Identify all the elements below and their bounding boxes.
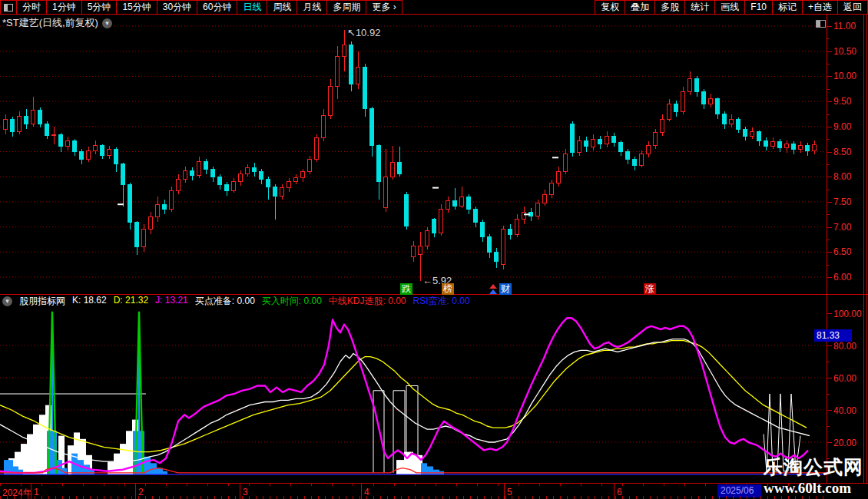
axis-tick [827, 394, 830, 395]
toolbar-button[interactable]: 画线 [714, 0, 745, 15]
period-tab[interactable]: 5分钟 [81, 0, 118, 15]
indicator-value: D: 21.32 [114, 295, 148, 308]
indicator-header: ▾ 股朋指标网 K: 18.62D: 21.32J: 13.21买点准备: 0.… [2, 296, 470, 306]
price-axis-label: 6.50 [833, 247, 851, 256]
toolbar-button[interactable]: F10 [744, 0, 773, 15]
axis-tick [827, 345, 832, 346]
price-axis-label: 10.50 [833, 47, 856, 56]
indicator-values: K: 18.62D: 21.32J: 13.21买点准备: 0.00买入时间: … [72, 295, 470, 308]
toolbar-button[interactable]: 多股 [654, 0, 685, 15]
bottom-tick-strip [0, 496, 827, 499]
indicator-value: RSI蛮准: 0.00 [413, 295, 470, 308]
axis-tick [827, 202, 832, 203]
price-axis-label: 8.50 [833, 147, 851, 157]
axis-tick [827, 410, 832, 411]
up-down-arrows-icon [489, 284, 497, 294]
price-axis: 11.0010.5010.009.509.008.508.007.507.006… [827, 15, 868, 294]
candlestick-chart[interactable]: ↖10.92←5.92 [0, 15, 827, 294]
indicator-axis-label: 20.00 [833, 438, 856, 448]
axis-tick [827, 51, 832, 52]
axis-tick [827, 362, 830, 362]
red-up-triangle-icon [489, 284, 497, 289]
toolbar-button[interactable]: 复权 [595, 0, 625, 15]
indicator-axis-label: 60.00 [833, 374, 856, 383]
axis-tick [827, 152, 832, 153]
pane-toggle-icon[interactable] [816, 20, 826, 28]
period-tab[interactable]: 1分钟 [46, 0, 82, 15]
indicator-value-badge: 81.33 [814, 329, 852, 342]
price-axis-label: 7.00 [833, 223, 851, 232]
chart-title: *ST建艺(日线,前复权) [2, 16, 98, 30]
indicator-axis-label: 40.00 [833, 406, 856, 415]
toolbar-right-group: 复权叠加多股统计画线F10标记+自选返回 [595, 0, 868, 14]
price-axis-label: 6.00 [833, 273, 851, 282]
toolbar-button[interactable]: 统计 [684, 0, 715, 15]
axis-tick [827, 227, 832, 228]
axis-tick [827, 277, 832, 278]
hotword-badge[interactable]: 榜 [442, 283, 454, 295]
panes-layout-button[interactable] [0, 0, 17, 15]
period-tab[interactable]: 更多 › [366, 0, 402, 15]
toolbar-button[interactable]: 标记 [772, 0, 803, 15]
indicator-value: 中线KDJ选股: 0.00 [329, 295, 406, 308]
period-tab[interactable]: 60分钟 [197, 0, 237, 15]
period-tab[interactable]: 月线 [297, 0, 327, 15]
price-axis-label: 7.50 [833, 197, 851, 207]
toolbar-button[interactable]: 叠加 [624, 0, 655, 15]
period-tab[interactable]: 周线 [267, 0, 297, 15]
indicator-axis-label: 80.00 [833, 342, 856, 351]
axis-tick [827, 426, 830, 427]
panes-icon [4, 4, 13, 12]
indicator-value: J: 13.21 [155, 295, 188, 308]
price-axis-label: 9.00 [833, 122, 851, 131]
axis-tick [827, 26, 832, 27]
indicator-chart[interactable] [0, 306, 827, 476]
watermark: 乐淘公式网 www.60lt.com [764, 454, 863, 497]
app-window: 分时1分钟5分钟15分钟30分钟60分钟日线周线月线多周期更多 › 复权叠加多股… [0, 0, 868, 499]
top-toolbar: 分时1分钟5分钟15分钟30分钟60分钟日线周线月线多周期更多 › 复权叠加多股… [0, 0, 868, 15]
axis-tick [827, 76, 832, 77]
toolbar-left-group: 分时1分钟5分钟15分钟30分钟60分钟日线周线月线多周期更多 › [0, 0, 403, 14]
axis-tick [827, 177, 832, 177]
toolbar-button[interactable]: +自选 [802, 0, 838, 15]
price-axis-label: 10.00 [833, 71, 856, 81]
period-tab[interactable]: 多周期 [326, 0, 366, 15]
price-axis-label: 9.50 [833, 97, 851, 106]
hotword-badge[interactable]: 财 [499, 283, 512, 295]
hotword-badge[interactable]: 跌 [400, 283, 412, 295]
period-tab[interactable]: 分时 [16, 0, 47, 15]
axis-tick [827, 127, 832, 127]
axis-tick [827, 101, 832, 102]
chevron-down-icon[interactable]: ▾ [2, 296, 12, 306]
indicator-value: K: 18.62 [72, 295, 107, 308]
price-axis-label: 11.00 [833, 21, 856, 31]
watermark-url: www.60lt.com [764, 480, 863, 497]
axis-tick [827, 313, 832, 314]
indicator-value: 买入时间: 0.00 [262, 295, 322, 308]
axis-tick [827, 252, 832, 253]
indicator-axis-label: 100.00 [833, 309, 862, 319]
time-axis-ticks [0, 484, 827, 486]
watermark-site-name: 乐淘公式网 [764, 454, 863, 480]
axis-tick [827, 442, 832, 443]
period-tab[interactable]: 15分钟 [116, 0, 157, 15]
price-axis-label: 8.00 [833, 172, 851, 181]
svg-text:↖10.92: ↖10.92 [347, 27, 380, 38]
period-tab[interactable]: 30分钟 [157, 0, 197, 15]
toolbar-button[interactable]: 返回 [837, 0, 868, 15]
chevron-down-icon[interactable]: ▾ [102, 18, 112, 28]
indicator-name: 股朋指标网 [19, 295, 65, 308]
indicator-value: 买点准备: 0.00 [195, 295, 255, 308]
axis-tick [827, 378, 832, 378]
hotword-badge[interactable]: 涨 [644, 283, 656, 295]
blue-up-triangle-icon [489, 289, 497, 294]
period-tab[interactable]: 日线 [237, 0, 267, 15]
chart-title-bar: *ST建艺(日线,前复权) ▾ [2, 16, 112, 30]
